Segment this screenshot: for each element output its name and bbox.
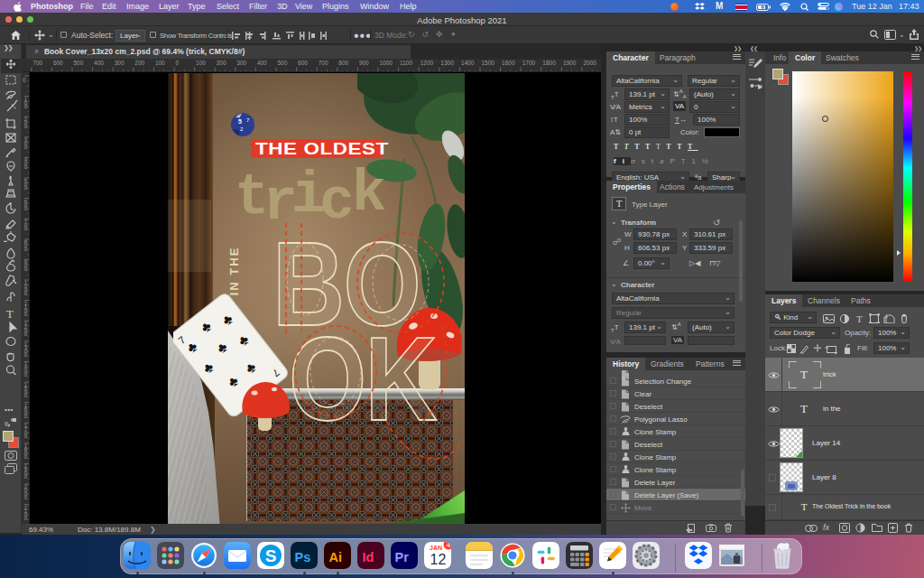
svg-text:12: 12 — [430, 552, 447, 567]
svg-text:5: 5 — [238, 118, 242, 125]
svg-text:T: T — [856, 313, 863, 323]
svg-text:Id: Id — [363, 550, 374, 564]
svg-text:S: S — [265, 546, 277, 565]
svg-text:T: T — [6, 307, 14, 321]
svg-text:Pr: Pr — [395, 550, 410, 564]
svg-text:4: 4 — [447, 542, 451, 549]
svg-text:JAN: JAN — [430, 545, 442, 551]
svg-text:Ai: Ai — [329, 550, 343, 564]
svg-text:OK: OK — [289, 312, 437, 445]
svg-text:Ps: Ps — [295, 550, 311, 564]
